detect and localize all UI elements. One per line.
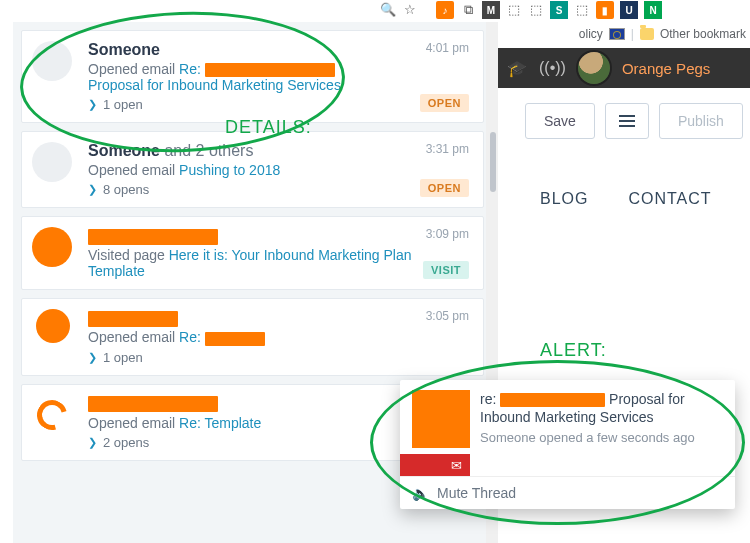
contact-name: Someone and 2 others: [88, 142, 469, 160]
contact-avatar: [32, 227, 72, 267]
activity-card[interactable]: 3:09 pmVisited page Here it is: Your Inb…: [21, 216, 484, 290]
toast-meta: Someone opened a few seconds ago: [480, 430, 723, 445]
activity-time: 4:01 pm: [426, 41, 469, 55]
contact-avatar: [36, 309, 70, 343]
activity-time: 3:09 pm: [426, 227, 469, 241]
contact-name: Someone: [88, 41, 469, 59]
chevron-right-icon: ❯: [88, 98, 97, 111]
activity-link[interactable]: Re:: [179, 329, 265, 345]
skype-ext-icon[interactable]: S: [550, 1, 568, 19]
activity-link[interactable]: Pushing to 2018: [179, 162, 280, 178]
bookmark-other[interactable]: Other bookmark: [660, 27, 746, 41]
chevron-right-icon: ❯: [88, 436, 97, 449]
chevron-right-icon: ❯: [88, 183, 97, 196]
activity-card[interactable]: 4:01 pmSomeoneOpened email Re: Proposal …: [21, 30, 484, 123]
save-button[interactable]: Save: [525, 103, 595, 139]
open-count-toggle[interactable]: ❯1 open: [88, 350, 469, 365]
activity-badge: VISIT: [423, 261, 469, 279]
activity-link-line2[interactable]: Proposal for Inbound Marketing Services: [88, 77, 469, 93]
activity-time: 3:05 pm: [426, 309, 469, 323]
activity-time: 3:31 pm: [426, 142, 469, 156]
activity-card[interactable]: 3:31 pmSomeone and 2 othersOpened email …: [21, 131, 484, 208]
activity-action: Opened email Re:: [88, 329, 469, 345]
gmail-ext-icon[interactable]: M: [482, 1, 500, 19]
contact-name: [88, 227, 469, 245]
activity-link[interactable]: Re: Template: [179, 415, 261, 431]
account-name[interactable]: Orange Pegs: [622, 60, 710, 77]
magnifier-icon[interactable]: 🔍: [380, 2, 396, 18]
browser-extension-row: 🔍 ☆ ♪ ⧉ M ⬚ ⬚ S ⬚ ▮ U N: [0, 0, 750, 20]
editor-toolbar: Save Publish: [525, 103, 743, 139]
notification-toast[interactable]: re: Proposal for Inbound Marketing Servi…: [400, 380, 735, 509]
chevron-right-icon: ❯: [88, 351, 97, 364]
site-nav: BLOG CONTACT: [540, 190, 712, 208]
activity-card[interactable]: 3:05 pmOpened email Re: ❯1 open: [21, 298, 484, 375]
ext-icon[interactable]: ⬚: [574, 2, 590, 18]
menu-button[interactable]: [605, 103, 649, 139]
academy-icon[interactable]: 🎓: [507, 59, 527, 78]
app-header: 🎓 ((•)) Orange Pegs: [497, 48, 750, 88]
envelope-icon: ✉: [451, 458, 462, 473]
activity-badge: OPEN: [420, 94, 469, 112]
broadcast-icon[interactable]: ((•)): [539, 59, 566, 77]
activity-action: Opened email Re:: [88, 61, 469, 77]
speaker-icon: 🔈: [412, 485, 429, 501]
contact-avatar: [32, 142, 72, 182]
onenote-ext-icon[interactable]: N: [644, 1, 662, 19]
activity-link[interactable]: Re:: [179, 61, 335, 77]
annotation-label-alert: ALERT:: [540, 340, 607, 361]
publish-button[interactable]: Publish: [659, 103, 743, 139]
ext-icon[interactable]: ⬚: [506, 2, 522, 18]
ext-icon[interactable]: ▮: [596, 1, 614, 19]
toast-avatar: [412, 390, 470, 448]
bookmark-bar: olicy | Other bookmark: [579, 22, 750, 46]
activity-action: Opened email Pushing to 2018: [88, 162, 469, 178]
folder-icon[interactable]: [640, 28, 654, 40]
bookmark-policy[interactable]: olicy: [579, 27, 603, 41]
mute-thread-button[interactable]: 🔈 Mute Thread: [400, 476, 735, 509]
ublock-ext-icon[interactable]: U: [620, 1, 638, 19]
toast-accent-bar: ✉: [400, 454, 735, 476]
toast-subject: re: Proposal for Inbound Marketing Servi…: [480, 390, 723, 426]
hamburger-icon: [619, 115, 635, 127]
nav-contact[interactable]: CONTACT: [628, 190, 711, 208]
contact-avatar: [32, 395, 72, 435]
scrollbar-thumb[interactable]: [490, 132, 496, 192]
contact-avatar: [32, 41, 72, 81]
avatar[interactable]: [578, 52, 610, 84]
contact-name: [88, 309, 469, 327]
eu-flag-icon[interactable]: [609, 28, 625, 40]
ext-icon[interactable]: ⧉: [460, 2, 476, 18]
nav-blog[interactable]: BLOG: [540, 190, 588, 208]
activity-badge: OPEN: [420, 179, 469, 197]
open-count-toggle[interactable]: ❯8 opens: [88, 182, 469, 197]
ext-icon[interactable]: ⬚: [528, 2, 544, 18]
activity-action: Visited page Here it is: Your Inbound Ma…: [88, 247, 469, 279]
hubspot-ext-icon[interactable]: ♪: [436, 1, 454, 19]
star-icon[interactable]: ☆: [402, 2, 418, 18]
open-count-toggle[interactable]: ❯1 open: [88, 97, 469, 112]
